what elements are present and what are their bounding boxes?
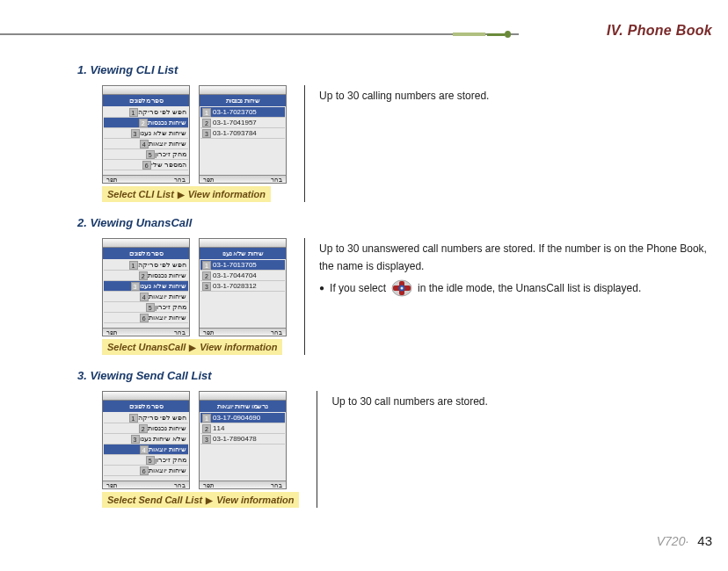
phone-list-row: שיחות שלא נענו3 <box>104 281 188 292</box>
caption-strip: Select Send Call List▶View information <box>102 492 299 508</box>
phone-screen-title: שיחות שלא נענו <box>200 248 286 259</box>
phone-screenshot: ספר מלפוניםחפש לפי סריקה1שיחות נכנסות2שי… <box>102 238 190 336</box>
divider <box>304 238 305 355</box>
caption-strip: Select CLI List▶View information <box>102 186 271 202</box>
phone-list-row: שיחות יוצאות4 <box>104 445 188 455</box>
phone-screenshot: נרשמו שיחות יוצאות103-17-09046902114303-… <box>199 391 287 489</box>
phone-screen-title: ספר מלפונים <box>103 401 189 412</box>
description-text: Up to 30 unanswered call numbers are sto… <box>319 240 710 276</box>
phone-list-row: 303-1-7890478 <box>200 434 285 445</box>
caption-left: Select Send Call List <box>107 495 202 505</box>
screenshot-group: ספר מלפוניםחפש לפי סריקה1שיחות נכנסות2שי… <box>102 85 287 202</box>
triangle-right-icon: ▶ <box>206 495 213 505</box>
phone-list-row: שיחות נכנסות2 <box>104 118 188 128</box>
screenshot-group: ספר מלפוניםחפש לפי סריקה1שיחות נכנסות2של… <box>102 391 299 508</box>
caption-right: View information <box>188 189 266 199</box>
section-row: ספר מלפוניםחפש לפי סריקה1שיחות נכנסות2שי… <box>77 85 710 202</box>
chapter-title: IV. Phone Book <box>607 23 712 39</box>
section-description: Up to 30 calling numbers are stored. <box>319 85 710 105</box>
header-accent <box>453 33 511 36</box>
phone-list-row: 103-1-7013705 <box>200 260 285 271</box>
section-row: ספר מלפוניםחפש לפי סריקה1שיחות נכנסות2שי… <box>77 238 710 355</box>
screenshot-group: ספר מלפוניםחפש לפי סריקה1שיחות נכנסות2שי… <box>102 238 287 355</box>
phone-screen-title: ספר מלפונים <box>103 95 189 106</box>
phone-list-row: חפש לפי סריקה1 <box>104 413 188 423</box>
phone-list-row: 103-17-0904690 <box>200 413 285 423</box>
phone-list-row: חפש לפי סריקה1 <box>104 107 188 118</box>
phone-list-row: שלא שיחות נענו3 <box>104 434 188 445</box>
phone-list-row: שיחות יוצאות4 <box>104 139 188 149</box>
phone-screenshot: שיחות שלא נענו103-1-7013705203-1-7044704… <box>199 238 287 336</box>
triangle-right-icon: ▶ <box>178 190 185 199</box>
caption-strip: Select UnansCall▶View information <box>102 339 282 355</box>
page-number: 43 <box>697 533 712 548</box>
caption-right: View information <box>200 342 277 352</box>
triangle-right-icon: ▶ <box>189 343 196 352</box>
section-row: ספר מלפוניםחפש לפי סריקה1שיחות נכנסות2של… <box>77 391 710 508</box>
caption-left: Select CLI List <box>107 189 174 199</box>
phone-list-row: המספר שלי6 <box>104 160 188 170</box>
phone-list-row: 2114 <box>200 423 285 434</box>
phone-screenshot: ספר מלפוניםחפש לפי סריקה1שיחות נכנסות2של… <box>102 391 190 489</box>
svg-point-4 <box>401 286 404 289</box>
section-heading: 1. Viewing CLI List <box>77 63 710 76</box>
phone-list-row: 203-1-7044704 <box>200 271 285 281</box>
page-footer: V720· 43 <box>657 533 712 548</box>
phone-list-row: שיחות שלא נענו3 <box>104 128 188 139</box>
description-text: Up to 30 call numbers are stored. <box>331 393 710 410</box>
phone-list-row: חפש לפי סריקה1 <box>104 260 188 271</box>
phone-list-row: שיחות יוצאות6 <box>104 313 188 323</box>
section-heading: 2. Viewing UnansCall <box>77 216 710 229</box>
bullet-icon: ● <box>319 280 324 295</box>
bullet-post-text: in the idle mode, the UnansCall list is … <box>418 279 641 297</box>
caption-right: View information <box>216 495 294 505</box>
bullet-pre-text: If you select <box>330 279 386 297</box>
divider <box>304 85 305 202</box>
divider <box>317 391 317 508</box>
phone-screenshot: שיחות נכנסות103-1-7023705203-1-704195730… <box>199 85 287 184</box>
phone-screen-title: ספר מלפונים <box>103 248 189 259</box>
description-bullet: ●If you selectin the idle mode, the Unan… <box>319 279 710 297</box>
phone-list-row: מחק זיכרון5 <box>104 455 188 466</box>
phone-screen-title: שיחות נכנסות <box>200 95 286 106</box>
phone-list-row: שיחות יוצאות4 <box>104 292 188 302</box>
phone-list-row: שיחות נכנסות2 <box>104 423 188 434</box>
phone-list-row: 203-1-7041957 <box>200 118 285 128</box>
phone-list-row: שיחות נכנסות2 <box>104 271 188 281</box>
phone-screenshot: ספר מלפוניםחפש לפי סריקה1שיחות נכנסות2שי… <box>102 85 190 184</box>
section-heading: 3. Viewing Send Call List <box>77 369 710 382</box>
phone-list-row: מחק זיכרון5 <box>104 149 188 160</box>
phone-screen-title: נרשמו שיחות יוצאות <box>200 401 286 412</box>
phone-list-row: 303-1-7028312 <box>200 281 285 292</box>
header-rule <box>0 33 519 35</box>
phone-list-row: שיחות יוצאות6 <box>104 466 188 476</box>
section-description: Up to 30 call numbers are stored. <box>331 391 710 410</box>
model-label: V720· <box>657 534 689 548</box>
phone-list-row: 103-1-7023705 <box>200 107 285 118</box>
phone-list-row: 303-1-7093784 <box>200 128 285 139</box>
caption-left: Select UnansCall <box>107 342 186 352</box>
phone-list-row: מחק זיכרון5 <box>104 302 188 313</box>
dpad-icon <box>391 279 412 297</box>
section-description: Up to 30 unanswered call numbers are sto… <box>319 238 710 297</box>
description-text: Up to 30 calling numbers are stored. <box>319 87 710 105</box>
